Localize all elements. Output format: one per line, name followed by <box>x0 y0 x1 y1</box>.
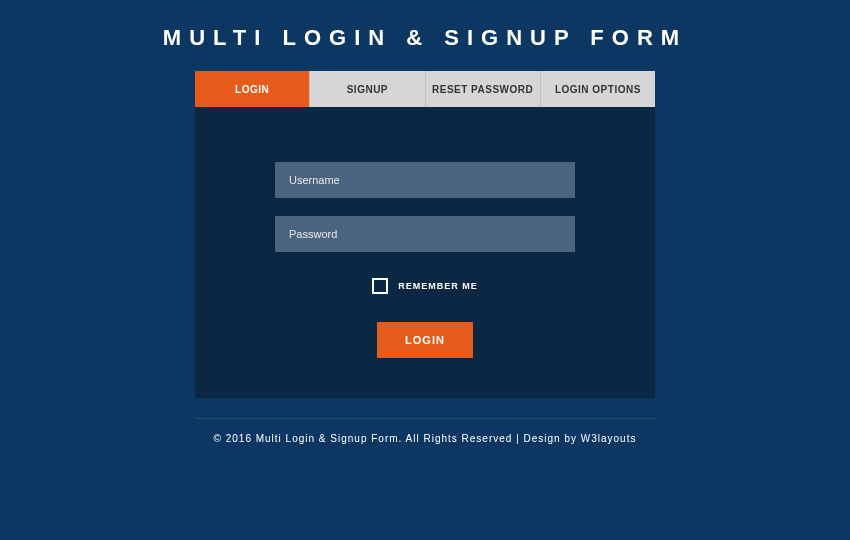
login-submit-button[interactable]: LOGIN <box>377 322 473 358</box>
page-title: MULTI LOGIN & SIGNUP FORM <box>163 25 687 51</box>
tab-signup[interactable]: SIGNUP <box>309 71 424 107</box>
remember-me-row: REMEMBER ME <box>372 278 478 294</box>
login-panel: REMEMBER ME LOGIN <box>195 107 655 398</box>
remember-me-checkbox[interactable] <box>372 278 388 294</box>
tabs-bar: LOGIN SIGNUP RESET PASSWORD LOGIN OPTION… <box>195 71 655 107</box>
footer-text: © 2016 Multi Login & Signup Form. All Ri… <box>195 418 655 444</box>
password-input[interactable] <box>275 216 575 252</box>
tab-login-options[interactable]: LOGIN OPTIONS <box>540 71 655 107</box>
tab-login[interactable]: LOGIN <box>195 71 309 107</box>
form-container: LOGIN SIGNUP RESET PASSWORD LOGIN OPTION… <box>195 71 655 398</box>
username-input[interactable] <box>275 162 575 198</box>
tab-reset-password[interactable]: RESET PASSWORD <box>425 71 540 107</box>
remember-me-label: REMEMBER ME <box>398 281 478 291</box>
